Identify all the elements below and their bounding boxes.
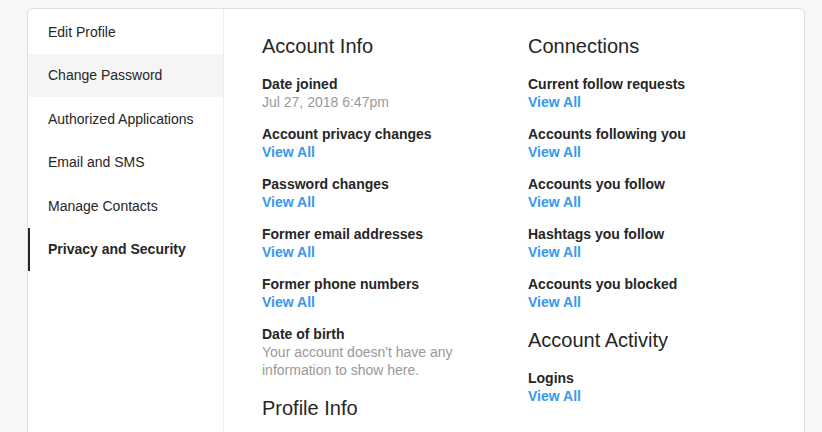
section-heading-profile-info: Profile Info — [262, 395, 512, 421]
view-all-link[interactable]: View All — [262, 143, 315, 161]
view-all-link[interactable]: View All — [528, 243, 581, 261]
entry-accounts-following-you: Accounts following you View All — [528, 125, 778, 161]
entry-former-email-addresses: Former email addresses View All — [262, 225, 512, 261]
section-connections: Connections Current follow requests View… — [528, 33, 778, 311]
sidebar-item-authorized-applications[interactable]: Authorized Applications — [28, 97, 223, 141]
entry-date-joined: Date joined Jul 27, 2018 6:47pm — [262, 75, 512, 111]
entry-label: Hashtags you follow — [528, 225, 778, 243]
entry-date-of-birth: Date of birth Your account doesn't have … — [262, 325, 512, 379]
sidebar-item-change-password[interactable]: Change Password — [28, 54, 223, 98]
view-all-link[interactable]: View All — [528, 293, 581, 311]
entry-label: Former phone numbers — [262, 275, 512, 293]
section-heading-connections: Connections — [528, 33, 778, 59]
access-data-content: Account Info Date joined Jul 27, 2018 6:… — [224, 9, 804, 432]
entry-label: Accounts you follow — [528, 175, 778, 193]
sidebar-item-edit-profile[interactable]: Edit Profile — [28, 10, 223, 54]
entry-former-phone-numbers: Former phone numbers View All — [262, 275, 512, 311]
entry-label: Accounts you blocked — [528, 275, 778, 293]
entry-value: Your account doesn't have any informatio… — [262, 343, 512, 379]
section-heading-account-activity: Account Activity — [528, 327, 778, 353]
column-account-info: Account Info Date joined Jul 27, 2018 6:… — [262, 33, 512, 432]
view-all-link[interactable]: View All — [528, 387, 581, 405]
entry-logins: Logins View All — [528, 369, 778, 405]
section-profile-info: Profile Info — [262, 395, 512, 421]
entry-label: Date of birth — [262, 325, 512, 343]
sidebar-item-email-and-sms[interactable]: Email and SMS — [28, 141, 223, 185]
settings-sidebar: Edit Profile Change Password Authorized … — [28, 9, 224, 432]
view-all-link[interactable]: View All — [262, 243, 315, 261]
entry-hashtags-you-follow: Hashtags you follow View All — [528, 225, 778, 261]
entry-password-changes: Password changes View All — [262, 175, 512, 211]
entry-account-privacy-changes: Account privacy changes View All — [262, 125, 512, 161]
view-all-link[interactable]: View All — [528, 143, 581, 161]
entry-label: Current follow requests — [528, 75, 778, 93]
entry-label: Former email addresses — [262, 225, 512, 243]
view-all-link[interactable]: View All — [528, 193, 581, 211]
entry-label: Logins — [528, 369, 778, 387]
section-account-info: Account Info Date joined Jul 27, 2018 6:… — [262, 33, 512, 379]
entry-value: Jul 27, 2018 6:47pm — [262, 93, 512, 111]
sidebar-item-manage-contacts[interactable]: Manage Contacts — [28, 184, 223, 228]
entry-current-follow-requests: Current follow requests View All — [528, 75, 778, 111]
entry-label: Password changes — [262, 175, 512, 193]
entry-label: Accounts following you — [528, 125, 778, 143]
view-all-link[interactable]: View All — [262, 193, 315, 211]
view-all-link[interactable]: View All — [262, 293, 315, 311]
column-connections: Connections Current follow requests View… — [528, 33, 778, 432]
entry-label: Account privacy changes — [262, 125, 512, 143]
entry-accounts-you-blocked: Accounts you blocked View All — [528, 275, 778, 311]
settings-card: Edit Profile Change Password Authorized … — [27, 8, 805, 432]
view-all-link[interactable]: View All — [528, 93, 581, 111]
section-account-activity: Account Activity Logins View All — [528, 327, 778, 405]
section-heading-account-info: Account Info — [262, 33, 512, 59]
entry-label: Date joined — [262, 75, 512, 93]
sidebar-item-privacy-and-security[interactable]: Privacy and Security — [28, 228, 223, 272]
entry-accounts-you-follow: Accounts you follow View All — [528, 175, 778, 211]
